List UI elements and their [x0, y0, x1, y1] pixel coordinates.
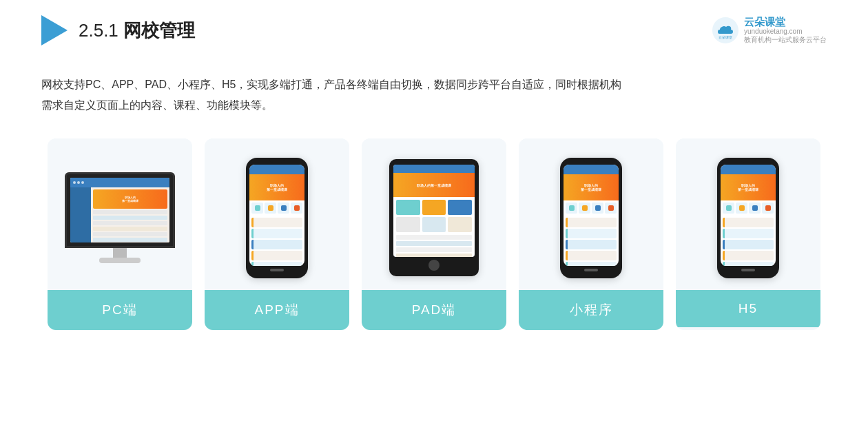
brand-tagline: 教育机构一站式服务云平台 [744, 36, 827, 44]
phone-mini-icon: 职场人的第一堂成绩课 [560, 158, 622, 278]
card-app-image: 职场人的第一堂成绩课 [205, 138, 349, 290]
pc-monitor-icon: 职场人的第一堂成绩课 [65, 172, 175, 263]
description: 网校支持PC、APP、PAD、小程序、H5，实现多端打通，产品各终端自由切换，数… [41, 58, 827, 122]
card-pc: 职场人的第一堂成绩课 [48, 138, 192, 330]
description-line2: 需求自定义页面上的内容、课程、功能模块等。 [41, 95, 827, 116]
brand-text: 云朵课堂 yunduoketang.com 教育机构一站式服务云平台 [744, 17, 827, 45]
svg-text:云朵课堂: 云朵课堂 [719, 35, 732, 39]
card-pc-label: PC端 [48, 290, 192, 330]
card-h5-label: H5 [676, 290, 820, 327]
page: 2.5.1 网校管理 云朵课堂 云朵课堂 yunduoketang.com 教育… [0, 0, 868, 434]
card-h5: 职场人的第一堂成绩课 [676, 138, 820, 330]
brand-cloud-icon: 云朵课堂 [712, 17, 738, 43]
phone-app-icon: 职场人的第一堂成绩课 [246, 158, 308, 278]
card-mini-image: 职场人的第一堂成绩课 [519, 138, 663, 290]
page-title: 2.5.1 网校管理 [79, 19, 195, 43]
logo-triangle-icon [41, 15, 68, 45]
card-pc-image: 职场人的第一堂成绩课 [48, 138, 192, 290]
card-app-label: APP端 [205, 290, 349, 330]
brand-domain: yunduoketang.com [744, 28, 803, 36]
pad-icon: 职场人的第一堂成绩课 [389, 159, 479, 276]
brand-name: 云朵课堂 [744, 17, 785, 28]
card-pad-label: PAD端 [362, 290, 506, 330]
header-left: 2.5.1 网校管理 [41, 15, 195, 45]
card-app: 职场人的第一堂成绩课 [205, 138, 349, 330]
brand-logo: 云朵课堂 云朵课堂 yunduoketang.com 教育机构一站式服务云平台 [712, 17, 827, 45]
phone-h5-icon: 职场人的第一堂成绩课 [717, 158, 779, 278]
cards-section: 职场人的第一堂成绩课 [41, 138, 827, 330]
header: 2.5.1 网校管理 云朵课堂 云朵课堂 yunduoketang.com 教育… [41, 0, 827, 58]
card-pad: 职场人的第一堂成绩课 [362, 138, 506, 330]
card-mini-label: 小程序 [519, 290, 663, 330]
description-line1: 网校支持PC、APP、PAD、小程序、H5，实现多端打通，产品各终端自由切换，数… [41, 74, 827, 95]
card-h5-image: 职场人的第一堂成绩课 [676, 138, 820, 290]
card-mini: 职场人的第一堂成绩课 [519, 138, 663, 330]
card-pad-image: 职场人的第一堂成绩课 [362, 138, 506, 290]
